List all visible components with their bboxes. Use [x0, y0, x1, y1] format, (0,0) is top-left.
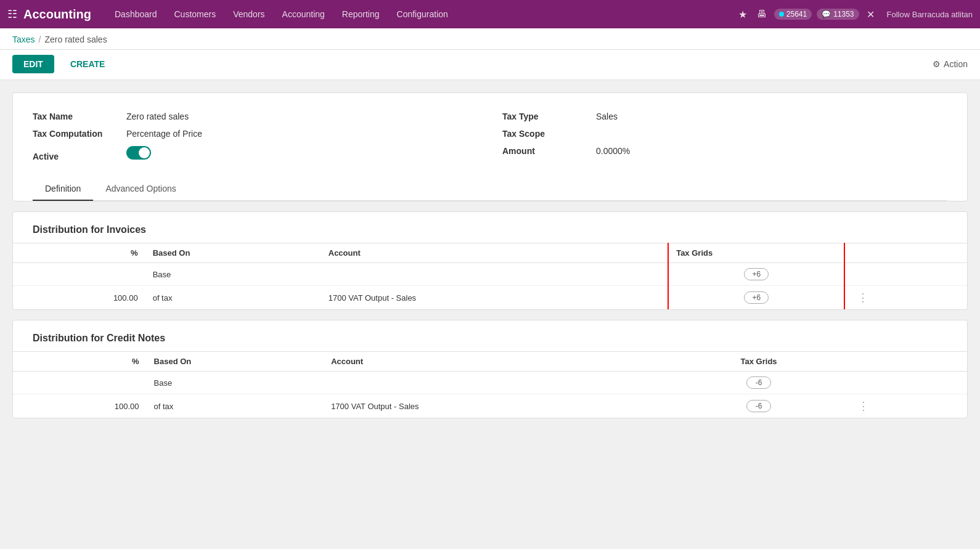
credit-notes-table: % Based On Account Tax Grids Base -6	[13, 351, 967, 418]
credit-row0-percent	[13, 372, 147, 394]
create-button[interactable]: CREATE	[59, 55, 116, 73]
nav-configuration[interactable]: Configuration	[388, 0, 457, 28]
invoices-row0-menu	[844, 263, 967, 286]
amount-value: 0.0000%	[596, 146, 630, 156]
credit-badge-0[interactable]: -6	[746, 376, 771, 389]
invoices-row0-percent	[13, 263, 145, 286]
tax-scope-row: Tax Scope	[502, 125, 947, 142]
amount-label: Amount	[502, 146, 589, 156]
invoices-row-0: Base +6	[13, 263, 967, 286]
credit-row1-tax-grids: -6	[672, 394, 846, 418]
main-content: Tax Name Zero rated sales Tax Computatio…	[0, 80, 980, 431]
amount-row: Amount 0.0000%	[502, 142, 947, 160]
edit-button[interactable]: EDIT	[12, 55, 54, 73]
invoices-row-1: 100.00 of tax 1700 VAT Output - Sales +6…	[13, 286, 967, 310]
timer-count: 25641	[786, 10, 807, 18]
invoices-col-actions	[844, 243, 967, 263]
breadcrumb-separator: /	[39, 35, 41, 44]
invoices-row0-tax-grids: +6	[668, 263, 844, 286]
credit-row1-account: 1700 VAT Output - Sales	[324, 394, 672, 418]
invoices-col-account: Account	[321, 243, 668, 263]
credit-row0-tax-grids: -6	[672, 372, 846, 394]
nav-vendors[interactable]: Vendors	[224, 0, 273, 28]
tab-definition[interactable]: Definition	[33, 177, 93, 201]
credit-col-actions	[846, 352, 967, 372]
nav-accounting[interactable]: Accounting	[274, 0, 333, 28]
credit-row-0: Base -6	[13, 372, 967, 394]
tax-scope-label: Tax Scope	[502, 129, 589, 139]
active-label: Active	[33, 152, 119, 161]
left-fields: Tax Name Zero rated sales Tax Computatio…	[33, 108, 478, 165]
message-count: 11353	[833, 10, 854, 18]
credit-notes-section: Distribution for Credit Notes % Based On…	[12, 320, 968, 418]
invoices-col-tax-grids: Tax Grids	[668, 243, 844, 263]
credit-row0-account	[324, 372, 672, 394]
form-card: Tax Name Zero rated sales Tax Computatio…	[12, 92, 968, 201]
invoices-col-percent: %	[13, 243, 145, 263]
invoices-row1-account: 1700 VAT Output - Sales	[321, 286, 668, 310]
credit-row0-based-on: Base	[147, 372, 324, 394]
credit-row1-percent: 100.00	[13, 394, 147, 418]
invoices-row0-account	[321, 263, 668, 286]
app-title: Accounting	[23, 7, 91, 22]
action-menu[interactable]: ⚙ Action	[933, 59, 968, 69]
invoices-col-based-on: Based On	[145, 243, 321, 263]
nav-reporting[interactable]: Reporting	[333, 0, 388, 28]
main-nav: Dashboard Customers Vendors Accounting R…	[106, 0, 736, 28]
tax-type-row: Tax Type Sales	[502, 108, 947, 125]
tax-name-row: Tax Name Zero rated sales	[33, 108, 478, 125]
credit-notes-title: Distribution for Credit Notes	[13, 320, 967, 351]
spacer-2	[12, 310, 968, 320]
nav-customers[interactable]: Customers	[166, 0, 225, 28]
breadcrumb-bar: Taxes / Zero rated sales	[0, 28, 980, 50]
print-icon[interactable]: 🖶	[754, 6, 769, 22]
invoices-row1-based-on: of tax	[145, 286, 321, 310]
action-label: Action	[944, 59, 968, 69]
breadcrumb-current: Zero rated sales	[44, 35, 107, 44]
invoices-row1-tax-grids: +6	[668, 286, 844, 310]
credit-col-percent: %	[13, 352, 147, 372]
invoices-badge-0[interactable]: +6	[744, 268, 769, 280]
invoices-row0-based-on: Base	[145, 263, 321, 286]
tax-name-label: Tax Name	[33, 112, 119, 121]
top-navigation: ☷ Accounting Dashboard Customers Vendors…	[0, 0, 980, 28]
nav-right-icons: ★ 🖶 25641 💬 11353 ✕ Follow Barracuda atl…	[736, 6, 973, 23]
invoices-section: Distribution for Invoices % Based On Acc…	[12, 211, 968, 310]
close-icon[interactable]: ✕	[864, 6, 877, 23]
apps-icon[interactable]: ☷	[7, 7, 17, 21]
active-toggle[interactable]	[126, 146, 151, 160]
spacer-1	[12, 201, 968, 211]
credit-col-based-on: Based On	[147, 352, 324, 372]
invoices-row1-menu: ⋮	[844, 286, 967, 310]
timer-badge[interactable]: 25641	[774, 9, 812, 20]
action-bar: EDIT CREATE ⚙ Action	[0, 50, 980, 80]
invoices-row1-percent: 100.00	[13, 286, 145, 310]
timer-dot	[779, 12, 784, 17]
nav-dashboard[interactable]: Dashboard	[106, 0, 166, 28]
form-fields: Tax Name Zero rated sales Tax Computatio…	[33, 108, 947, 177]
invoices-title: Distribution for Invoices	[13, 212, 967, 243]
tax-type-value: Sales	[596, 112, 618, 121]
breadcrumb-parent[interactable]: Taxes	[12, 35, 35, 44]
right-fields: Tax Type Sales Tax Scope Amount 0.0000%	[502, 108, 947, 165]
message-icon: 💬	[822, 10, 831, 18]
tax-computation-label: Tax Computation	[33, 129, 119, 139]
credit-row0-menu	[846, 372, 967, 394]
credit-row-menu-icon[interactable]: ⋮	[853, 400, 874, 412]
credit-row-1: 100.00 of tax 1700 VAT Output - Sales -6…	[13, 394, 967, 418]
tax-type-label: Tax Type	[502, 112, 589, 121]
message-badge[interactable]: 💬 11353	[817, 9, 859, 20]
breadcrumb: Taxes / Zero rated sales	[12, 35, 968, 49]
credit-row1-based-on: of tax	[147, 394, 324, 418]
tax-computation-value: Percentage of Price	[126, 129, 202, 139]
star-icon[interactable]: ★	[736, 6, 749, 23]
credit-row1-menu: ⋮	[846, 394, 967, 418]
credit-badge-1[interactable]: -6	[746, 400, 771, 412]
active-row: Active	[33, 142, 478, 165]
invoices-table: % Based On Account Tax Grids Base +6	[13, 243, 967, 309]
tabs: Definition Advanced Options	[33, 177, 947, 201]
invoices-badge-1[interactable]: +6	[744, 291, 769, 304]
tab-advanced-options[interactable]: Advanced Options	[93, 177, 188, 201]
invoices-row-menu-icon[interactable]: ⋮	[852, 291, 873, 304]
user-name: Follow Barracuda atlitan	[887, 10, 973, 19]
